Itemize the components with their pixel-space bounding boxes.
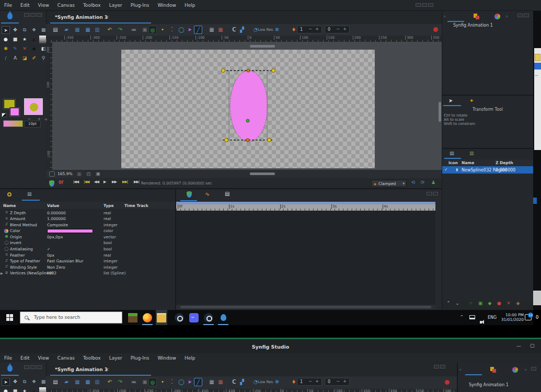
seek-begin-button[interactable]: |◀◀ <box>73 180 78 184</box>
start-button[interactable] <box>6 314 13 321</box>
current-time[interactable]: 0f <box>59 180 63 185</box>
spline-tool-icon[interactable]: ✱ <box>2 45 10 53</box>
render-preview-icon[interactable]: ▣ <box>141 26 149 34</box>
tab-close-icon[interactable]: ✕ <box>105 15 109 20</box>
tabs-right-arrow-icon[interactable]: › <box>506 14 508 19</box>
future-keyframe-icon[interactable]: ⁚ <box>168 26 176 34</box>
Vertices (NewSpline032[interactable]: ▶ ≣ Vertices (NewSpline032 list list (Sp… <box>0 271 175 277</box>
past-keyframe-icon[interactable]: • <box>158 26 167 34</box>
undo-icon[interactable]: ↶ <box>106 378 114 386</box>
horizontal-ruler[interactable]: -350-300-250-200-150-100-500501001502002… <box>46 36 442 42</box>
reset-colors-icon[interactable] <box>2 113 6 117</box>
frame-spin[interactable]: 0−+ <box>325 26 350 33</box>
param-value[interactable]: 1.000000 <box>47 216 66 221</box>
menu-item[interactable]: View <box>34 353 53 363</box>
spin-minus-icon[interactable]: − <box>336 379 340 384</box>
menu-item[interactable]: Help <box>180 353 200 363</box>
seek-next-keyframe-button[interactable]: ▶▶[ <box>122 180 128 184</box>
cutout-tool-icon[interactable]: ✕ <box>20 45 29 53</box>
menu-item[interactable]: View <box>34 0 53 10</box>
smooth-move-tool-icon[interactable]: ✥ <box>11 26 19 34</box>
menu-item[interactable]: Toolbox <box>79 353 105 363</box>
keyframe-lock-past-icon[interactable]: ⟲ <box>411 180 416 185</box>
vertical-ruler[interactable]: 2001000-100 <box>46 42 52 170</box>
export-icon[interactable]: ▥ <box>93 26 101 34</box>
new-doc-icon[interactable]: ▤ <box>51 378 60 386</box>
second-horizontal-ruler[interactable]: -350-300-250-200-150-100-500501001502002… <box>46 389 457 392</box>
transform-tool-icon[interactable]: ➤ <box>2 378 10 386</box>
param-value[interactable]: Non Zero <box>47 265 65 270</box>
duplicate-layer-button[interactable]: ◆ <box>514 299 522 307</box>
expander-icon[interactable]: ▶ <box>1 271 3 275</box>
menu-item[interactable]: Plug-Ins <box>126 0 154 10</box>
network-icon[interactable] <box>469 315 475 319</box>
circle-tool-icon[interactable]: ◯ <box>177 378 186 386</box>
spin-plus-icon[interactable]: + <box>315 27 319 31</box>
Color[interactable]: ▶ Color color <box>0 228 175 235</box>
circle-tool-icon[interactable]: ◯ <box>177 26 186 34</box>
past-keyframe-icon[interactable]: • <box>158 378 167 386</box>
bone-tool-icon[interactable]: ➤ <box>186 378 194 386</box>
toolbox-dock-handle[interactable] <box>24 365 42 369</box>
ink-tool-icon[interactable]: ◆ <box>30 45 38 53</box>
canvas-tab[interactable]: *Synfig Animation 1 <box>55 15 108 20</box>
line-tool-icon[interactable]: ╱ <box>194 26 202 34</box>
refresh-icon[interactable]: C <box>230 378 238 386</box>
dock-handle[interactable] <box>434 365 445 368</box>
spin-plus-icon[interactable]: + <box>315 379 319 384</box>
timetrack-body[interactable] <box>176 211 435 305</box>
pencil-tool-icon[interactable]: ✐ <box>30 54 38 62</box>
brush-preview[interactable] <box>24 98 43 115</box>
zoom-level[interactable]: 165.9% <box>57 171 73 176</box>
toolbox-dock-handle[interactable] <box>24 13 42 17</box>
vertex-handle[interactable] <box>247 69 250 72</box>
lower-layer-button[interactable]: ⌄ <box>453 299 462 307</box>
fill-color-swatch[interactable] <box>10 108 19 116</box>
canvas-artboard[interactable] <box>121 50 375 168</box>
grid-snap-icon[interactable]: ▦ <box>216 378 225 386</box>
Origin[interactable]: ▶ ● Origin 0px,0px vector <box>0 234 175 240</box>
toolbar-dock-handle[interactable] <box>416 3 433 7</box>
gradient-tool-icon[interactable] <box>39 387 46 392</box>
target-icon[interactable]: ◎ <box>148 378 157 386</box>
menu-item[interactable]: Layer <box>105 353 126 363</box>
tabs-left-arrow-icon[interactable]: ‹ <box>444 14 445 19</box>
corner-handle[interactable] <box>268 139 271 142</box>
brush-size-field[interactable]: 10pt <box>24 121 41 128</box>
save-icon[interactable]: ▦ <box>73 26 82 34</box>
ellipse-layer[interactable] <box>121 50 375 168</box>
rectangle-tool-icon[interactable]: ■ <box>11 36 19 43</box>
zoom-fit-button[interactable]: ▢ <box>85 171 92 177</box>
gradient-swatch[interactable] <box>3 120 23 127</box>
top-scrollbar-grip[interactable] <box>250 45 275 48</box>
second-titlebar[interactable]: Synfig Studio — ▢ <box>0 339 541 353</box>
interpolation-combo[interactable]: ◆ Clamped ▼ <box>371 180 407 187</box>
keyframes-tab-icon[interactable] <box>7 192 11 197</box>
param-value[interactable]: 0px,0px <box>47 235 63 239</box>
panel-dock-handle[interactable] <box>427 192 438 195</box>
open-icon[interactable]: ▰ <box>62 378 71 386</box>
param-value[interactable]: list <box>47 271 53 275</box>
snowflake-icon[interactable]: ❄ <box>273 378 281 386</box>
background-render-icon[interactable]: ▞ <box>238 378 246 386</box>
menu-item[interactable]: Edit <box>16 0 33 10</box>
taskbar-discord-icon[interactable] <box>188 312 200 324</box>
frame-spin[interactable]: 0−+ <box>325 378 350 386</box>
fit-canvas-icon[interactable] <box>49 171 55 177</box>
grid-snap-icon[interactable]: ▦ <box>216 26 225 34</box>
save-as-icon[interactable]: ▦ <box>84 378 92 386</box>
taskbar-minecraft-icon[interactable] <box>127 312 139 324</box>
Invert[interactable]: ▶ ◯ Invert bool <box>0 240 175 247</box>
param-value[interactable]: 0.000000 <box>47 211 66 215</box>
brush-tab-icon[interactable]: ✦ <box>469 98 474 103</box>
scale-tool-icon[interactable]: ❖ <box>30 378 38 386</box>
param-value[interactable]: Fast Gaussian Blur <box>47 259 83 263</box>
timetrack-tab-icon[interactable] <box>187 191 192 198</box>
menu-item[interactable]: Layer <box>105 0 126 10</box>
spin-plus-icon[interactable]: + <box>343 27 347 31</box>
background-render-icon[interactable]: ▞ <box>238 26 246 34</box>
menu-item[interactable]: Toolbox <box>79 0 105 10</box>
Amount[interactable]: ▶ π Amount 1.000000 real <box>0 216 175 223</box>
mirror-tool-icon[interactable]: ⧉ <box>20 26 29 34</box>
taskbar-steam-icon[interactable] <box>174 312 185 324</box>
